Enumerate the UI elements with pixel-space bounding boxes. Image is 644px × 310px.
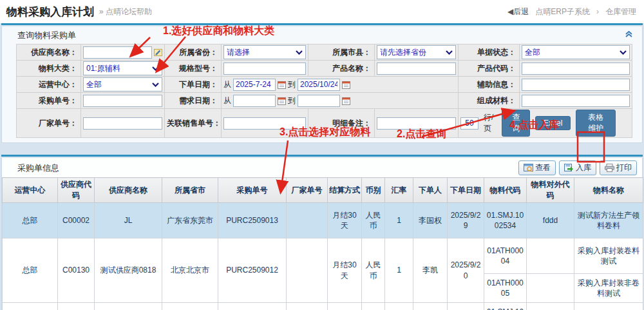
factory-no-input[interactable] [83,117,162,130]
product-name-input[interactable] [377,63,456,75]
material-category-select[interactable]: 01:原辅料 [83,61,162,75]
breadcrumb-module[interactable]: 仓库管理 [605,6,636,17]
cell-supplier-name: JL [95,303,162,310]
cell-province: 北京北京市 [162,238,218,303]
demand-date-to-input[interactable] [298,95,340,107]
cell-order-date: 2025/9/20 [448,238,484,303]
spec-model-label: 规格型号： [165,61,222,77]
calendar-icon[interactable] [342,97,350,105]
op-center-select-value: 全部 [86,79,102,90]
city-select[interactable]: 请先选择省份 [377,45,456,59]
col-header[interactable]: 物料名称 [574,178,643,203]
chevron-down-icon [152,66,159,71]
purchase-no-input[interactable] [83,95,162,107]
col-header[interactable]: 供应商代码 [58,178,95,203]
province-select[interactable]: 请选择 [223,45,306,59]
calendar-icon[interactable] [278,97,286,105]
col-header[interactable]: 汇率 [385,178,413,203]
orders-panel-title: 采购单信息 [17,163,59,173]
cell-material-code: 01ATH00005 [484,274,527,303]
product-code-input[interactable] [522,63,630,75]
inbound-button-label: 入库 [576,162,591,173]
cell-province: 广东省东莞市 [162,203,218,238]
breadcrumb-separator: › [596,7,599,16]
cell-settlement: 月结30天 [328,203,362,238]
collapse-panel-icon[interactable] [625,30,633,40]
inbound-button[interactable]: 入库 [559,160,596,175]
cell-rate: 1 [385,203,413,238]
page-title: 物料采购入库计划 [6,5,94,19]
col-header[interactable]: 供应商名称 [95,178,162,203]
aux-info-input[interactable] [522,79,630,91]
purchase-orders-table: 运营中心 供应商代码 供应商名称 所属省市 采购单号 厂家单号 结算方式 币别 … [2,177,643,310]
demand-date-to-label: 到 [288,95,296,106]
forum-help-link[interactable]: » 点晴论坛帮助 [99,6,152,17]
supplier-picker-icon[interactable] [154,48,162,57]
demand-date-from-input[interactable] [233,95,276,107]
col-header[interactable]: 下单人 [413,178,448,203]
page: 物料采购入库计划 » 点晴论坛帮助 ◀后退 点晴ERP子系统 › 仓库管理 查询… [0,0,644,310]
cell-material-ext-code [527,238,574,274]
print-button[interactable]: 打印 [600,160,637,175]
order-date-from-input[interactable] [233,79,276,91]
col-header[interactable]: 所属省市 [162,178,218,203]
cell-rate: 1 [385,238,413,303]
cell-material-ext-code [527,303,574,310]
calendar-icon[interactable] [278,81,286,89]
col-header[interactable]: 币别 [362,178,385,203]
print-icon [605,164,614,172]
materials-comp-input[interactable] [522,95,630,107]
annotation-step3: 3.点击选择对应物料 [279,126,370,139]
table-row[interactable]: 总部 C00130 测试供应商0818 北京北京市 PURC2509012 月结… [3,238,643,274]
inbound-icon [564,164,574,172]
supplier-name-input[interactable] [83,46,152,59]
product-code-label: 产品代码： [459,61,520,77]
cell-province: 广东省东莞市 [162,303,218,310]
table-maintenance-button[interactable]: 表格维护 [576,110,616,137]
cell-order-date: 2025/9/16 [448,303,484,310]
cell-material-code: 01.SMJ.1006158 [484,303,527,310]
spec-model-input[interactable] [223,63,306,75]
city-label: 所属市县： [308,44,375,61]
op-center-select[interactable]: 全部 [83,77,162,92]
col-header[interactable]: 结算方式 [328,178,362,203]
cell-material-ext-code [527,274,574,303]
cell-currency: 人民币 [362,238,385,303]
cell-op-center: 总部 [3,203,58,238]
cell-currency: 人民币 [362,203,385,238]
demand-date-label: 需求日期： [165,93,222,109]
order-date-to-input[interactable] [298,79,340,91]
annotation-step1: 1.选好供应商和物料大类 [163,24,274,38]
materials-comp-label: 组成材料： [459,93,520,109]
table-header-row: 运营中心 供应商代码 供应商名称 所属省市 采购单号 厂家单号 结算方式 币别 … [3,178,643,203]
rows-per-page-input[interactable] [460,117,478,130]
demand-date-from-label: 从 [223,95,231,106]
breadcrumb-system[interactable]: 点晴ERP子系统 [535,6,590,17]
doc-status-label: 单据状态： [459,44,520,61]
panel-accent-bar [1,23,643,25]
cell-material-code: 01.SMJ.1002534 [484,203,527,238]
city-select-value: 请先选择省份 [380,47,426,58]
table-row[interactable]: 总部 C00002 JL 广东省东莞市 PURC2509013 月结30天 人民… [3,203,643,238]
cell-material-name: 采购入库封装非卷料测试 [574,274,643,303]
doc-status-select[interactable]: 全部 [522,45,630,59]
doc-status-select-value: 全部 [525,47,540,58]
col-header[interactable]: 运营中心 [3,178,58,203]
cell-supplier-name: JL [95,203,162,238]
supplier-name-label: 供应商名称： [17,44,81,61]
back-link[interactable]: ◀后退 [507,6,529,17]
col-header[interactable]: 物料代码 [484,178,527,203]
calendar-icon[interactable] [342,81,350,89]
view-button[interactable]: 查看 [518,160,556,175]
col-header[interactable]: 物料对外代码 [527,178,574,203]
purchase-no-label: 采购单号： [17,93,81,109]
col-header[interactable]: 下单日期 [448,178,484,203]
print-button-label: 打印 [616,162,632,173]
cell-orderer: 李国权 [413,203,448,238]
cell-material-name: 采购入库封装函数 [574,303,643,310]
annotation-step2: 2.点击查询 [397,128,446,141]
table-row[interactable]: 总部 C00002 JL 广东省东莞市 PURC2509011 月结30天 人民… [3,303,643,310]
col-header[interactable]: 厂家单号 [287,178,328,203]
chevron-down-icon [152,82,159,87]
col-header[interactable]: 采购单号 [218,178,287,203]
